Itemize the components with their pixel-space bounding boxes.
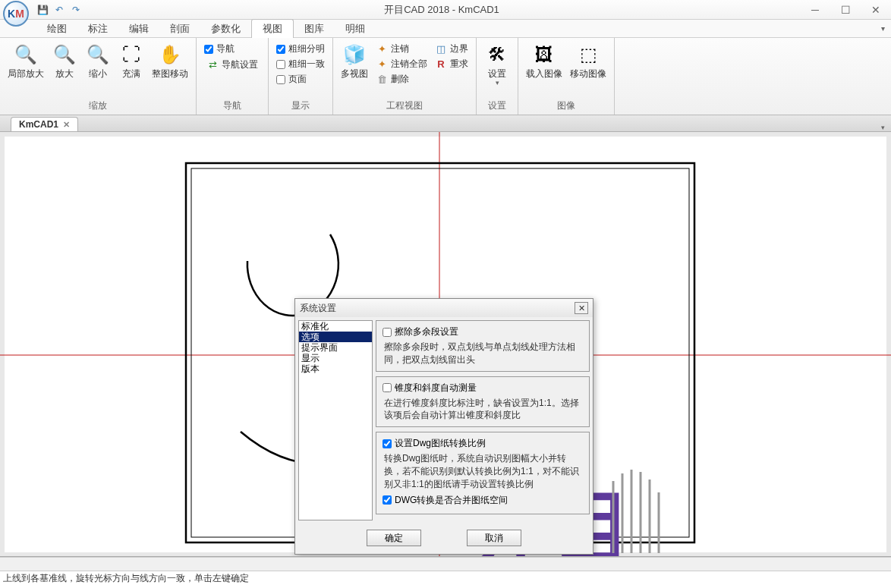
group-label-engview: 工程视图 — [338, 98, 471, 115]
taper-desc: 在进行锥度斜度比标注时，缺省设置为1:1。选择该项后会自动计算出锥度和斜度比 — [383, 397, 583, 423]
system-settings-dialog: 系统设置 ✕ 标准化 选项 提示界面 显示 版本 擦除多余段设置 擦除多余段时，… — [294, 298, 593, 555]
window-controls: ─ ☐ ✕ — [800, 0, 891, 20]
group-label-settings: 设置 — [481, 98, 513, 115]
nav-settings-icon: ⇄ — [206, 59, 219, 71]
title-bar: KM 💾 ↶ ↷ 开目CAD 2018 - KmCAD1 ─ ☐ ✕ — [0, 0, 891, 20]
menu-dropdown-icon[interactable]: ▾ — [881, 24, 885, 33]
undo-icon[interactable]: ↶ — [52, 2, 67, 17]
multiview-button[interactable]: 🧊多视图 — [338, 41, 371, 80]
erase-segments-desc: 擦除多余段时，双点划线与单点划线处理方法相同，把双点划线留出头 — [383, 341, 583, 366]
move-image-icon: ⬚ — [576, 42, 600, 67]
status-separator — [0, 557, 891, 571]
dwg-desc: 转换Dwg图纸时，系统自动识别图幅大小并转换，若不能识别则默认转换比例为1:1，… — [383, 452, 583, 490]
ribbon: 🔍局部放大 🔍放大 🔍缩小 ⛶充满 ✋整图移动 缩放 导航 ⇄导航设置 导航 粗… — [0, 38, 891, 115]
group-label-zoom: 缩放 — [5, 98, 191, 115]
cancel-button[interactable]: 取消 — [467, 530, 521, 546]
sidebar-item-display[interactable]: 显示 — [299, 353, 372, 363]
logout-icon: ✦ — [376, 43, 388, 55]
nav-settings-button[interactable]: ⇄导航设置 — [204, 58, 260, 72]
resolve-button[interactable]: R重求 — [433, 57, 471, 71]
load-image-icon: 🖼 — [532, 42, 556, 67]
sidebar-item-options[interactable]: 选项 — [299, 332, 372, 342]
zoom-region-icon: 🔍 — [14, 42, 38, 67]
dialog-content: 擦除多余段设置 擦除多余段时，双点划线与单点划线处理方法相同，把双点划线留出头 … — [376, 320, 590, 520]
menu-view[interactable]: 视图 — [251, 19, 294, 38]
ribbon-group-nav: 导航 ⇄导航设置 导航 — [197, 38, 269, 115]
document-tab[interactable]: KmCAD1 ✕ — [11, 117, 78, 131]
settings-icon: 🛠 — [485, 42, 509, 67]
option-erase-segments: 擦除多余段设置 擦除多余段时，双点划线与单点划线处理方法相同，把双点划线留出头 — [376, 320, 590, 372]
delete-icon: 🗑 — [376, 74, 388, 86]
load-image-button[interactable]: 🖼载入图像 — [523, 41, 565, 80]
page-checkbox[interactable]: 页面 — [276, 73, 325, 86]
menu-edit[interactable]: 编辑 — [118, 20, 159, 38]
thick-thin-clear-checkbox[interactable]: 粗细分明 — [276, 42, 325, 55]
zoom-in-icon: 🔍 — [52, 42, 77, 67]
boundary-button[interactable]: ◫边界 — [433, 42, 471, 56]
sidebar-item-standard[interactable]: 标准化 — [299, 321, 372, 332]
option-taper: 锥度和斜度自动测量 在进行锥度斜度比标注时，缺省设置为1:1。选择该项后会自动计… — [376, 376, 590, 428]
zoom-in-button[interactable]: 🔍放大 — [49, 41, 80, 80]
dialog-sidebar: 标准化 选项 提示界面 显示 版本 — [298, 320, 373, 520]
menu-library[interactable]: 图库 — [294, 20, 335, 38]
menu-draw[interactable]: 绘图 — [36, 20, 77, 38]
pan-icon: ✋ — [158, 42, 182, 67]
dialog-title: 系统设置 — [300, 302, 336, 315]
logout-button[interactable]: ✦注销 — [373, 42, 430, 56]
status-bar: 上线到各基准线，旋转光标方向与线方向一致，单击左键确定 — [0, 571, 891, 586]
sidebar-item-hints[interactable]: 提示界面 — [299, 342, 372, 353]
status-text: 上线到各基准线，旋转光标方向与线方向一致，单击左键确定 — [3, 572, 249, 585]
thick-thin-same-checkbox[interactable]: 粗细一致 — [276, 58, 325, 71]
save-icon[interactable]: 💾 — [35, 2, 50, 17]
ribbon-group-display: 粗细分明 粗细一致 页面 显示 — [269, 38, 333, 115]
erase-segments-checkbox[interactable]: 擦除多余段设置 — [383, 325, 583, 338]
zoom-region-button[interactable]: 🔍局部放大 — [5, 41, 47, 80]
chevron-down-icon: ▾ — [496, 79, 499, 86]
logout-all-icon: ✦ — [376, 58, 388, 71]
group-label-display: 显示 — [273, 98, 328, 115]
document-tabs: KmCAD1 ✕ ▾ — [0, 115, 891, 132]
menu-detail[interactable]: 明细 — [335, 20, 376, 38]
zoom-fit-button[interactable]: ⛶充满 — [115, 41, 147, 80]
menu-annotate[interactable]: 标注 — [77, 20, 118, 38]
quick-access-toolbar: 💾 ↶ ↷ — [35, 2, 83, 17]
tab-close-icon[interactable]: ✕ — [63, 120, 70, 130]
zoom-fit-icon: ⛶ — [119, 42, 143, 67]
settings-button[interactable]: 🛠设置▾ — [481, 41, 513, 88]
group-label-nav: 导航 — [201, 98, 263, 115]
ribbon-group-zoom: 🔍局部放大 🔍放大 🔍缩小 ⛶充满 ✋整图移动 缩放 — [0, 38, 197, 115]
redo-icon[interactable]: ↷ — [68, 2, 83, 17]
zoom-out-icon: 🔍 — [86, 42, 110, 67]
resolve-icon: R — [435, 58, 447, 71]
sidebar-item-version[interactable]: 版本 — [299, 363, 372, 374]
dialog-title-bar[interactable]: 系统设置 ✕ — [295, 299, 593, 317]
dialog-close-button[interactable]: ✕ — [575, 302, 588, 314]
taper-checkbox[interactable]: 锥度和斜度自动测量 — [383, 382, 583, 395]
document-tab-label: KmCAD1 — [19, 119, 58, 130]
drawing-canvas[interactable]: K M S oft 开目 系统设置 ✕ 标准化 选项 提示界面 显示 版本 — [0, 132, 891, 557]
ribbon-group-image: 🖼载入图像 ⬚移动图像 图像 — [518, 38, 615, 115]
app-icon: KM — [3, 1, 29, 27]
maximize-button[interactable]: ☐ — [830, 0, 861, 20]
menu-section[interactable]: 剖面 — [159, 20, 200, 38]
move-image-button[interactable]: ⬚移动图像 — [567, 41, 609, 80]
minimize-button[interactable]: ─ — [800, 0, 830, 20]
nav-checkbox[interactable]: 导航 — [204, 42, 260, 55]
option-dwg: 设置Dwg图纸转换比例 转换Dwg图纸时，系统自动识别图幅大小并转换，若不能识别… — [376, 432, 590, 514]
boundary-icon: ◫ — [435, 43, 447, 55]
menu-bar: 绘图 标注 编辑 剖面 参数化 视图 图库 明细 ▾ — [0, 20, 891, 38]
delete-button[interactable]: 🗑删除 — [373, 72, 430, 86]
ribbon-group-settings: 🛠设置▾ 设置 — [477, 38, 518, 115]
multiview-icon: 🧊 — [342, 42, 367, 67]
logout-all-button[interactable]: ✦注销全部 — [373, 57, 430, 71]
dialog-buttons: 确定 取消 — [295, 524, 593, 554]
pan-button[interactable]: ✋整图移动 — [149, 41, 191, 80]
dwg-ratio-checkbox[interactable]: 设置Dwg图纸转换比例 — [383, 437, 583, 450]
tabs-dropdown-icon[interactable]: ▾ — [881, 124, 885, 131]
zoom-out-button[interactable]: 🔍缩小 — [82, 41, 114, 80]
dwg-merge-checkbox[interactable]: DWG转换是否合并图纸空间 — [383, 494, 583, 507]
menu-parametric[interactable]: 参数化 — [200, 20, 251, 38]
close-button[interactable]: ✕ — [861, 0, 891, 20]
group-label-image: 图像 — [523, 98, 609, 115]
ok-button[interactable]: 确定 — [367, 530, 421, 546]
